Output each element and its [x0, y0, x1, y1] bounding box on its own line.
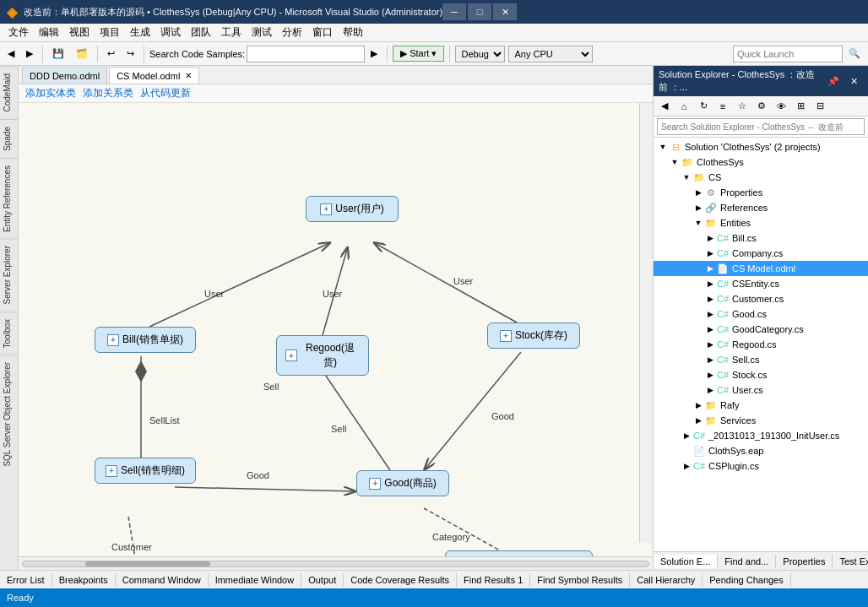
- tree-references[interactable]: ▶ 🔗 References: [654, 200, 868, 215]
- sidebar-item-entity-ref[interactable]: Entity References: [0, 158, 18, 239]
- menu-window[interactable]: 窗口: [307, 24, 338, 41]
- panel-close-button[interactable]: ✕: [844, 73, 863, 89]
- horizontal-scroll-thumb[interactable]: [85, 561, 210, 566]
- quick-launch-input[interactable]: [733, 46, 843, 62]
- tree-bill-arrow[interactable]: ▶: [704, 232, 716, 244]
- tree-properties[interactable]: ▶ ⚙ Properties: [654, 185, 868, 200]
- add-entity-btn[interactable]: 添加实体类: [25, 86, 76, 100]
- menu-test[interactable]: 测试: [247, 24, 277, 41]
- sidebar-item-toolbox[interactable]: Toolbox: [0, 312, 18, 355]
- tree-entities-arrow[interactable]: ▼: [692, 217, 704, 229]
- bt-tab-call-hierarchy[interactable]: Call Hierarchy: [630, 573, 703, 587]
- tree-customer-cs[interactable]: ▶ C# Customer.cs: [654, 291, 868, 306]
- tree-stock-cs[interactable]: ▶ C# Stock.cs: [654, 367, 868, 382]
- panel-pin-button[interactable]: 📌: [824, 73, 843, 89]
- tree-company-cs[interactable]: ▶ C# Company.cs: [654, 246, 868, 261]
- tree-rafy[interactable]: ▶ 📁 Rafy: [654, 398, 868, 413]
- tree-goodcategory-arrow[interactable]: ▶: [704, 323, 716, 335]
- tree-inituser-arrow[interactable]: ▶: [681, 430, 692, 442]
- node-bill[interactable]: + Bill(销售单据): [95, 327, 196, 353]
- tree-services[interactable]: ▶ 📁 Services: [654, 413, 868, 428]
- save-button[interactable]: 💾: [48, 46, 68, 62]
- debug-config-select[interactable]: Debug: [455, 46, 505, 62]
- tree-csentity-arrow[interactable]: ▶: [704, 278, 716, 290]
- node-good[interactable]: + Good(商品): [356, 470, 449, 496]
- tree-sell-cs[interactable]: ▶ C# Sell.cs: [654, 352, 868, 367]
- sidebar-item-codemaid[interactable]: CodeMaid: [0, 66, 18, 119]
- rp-tab-test[interactable]: Test Explo...: [833, 555, 868, 568]
- menu-edit[interactable]: 编辑: [34, 24, 64, 41]
- tree-properties-arrow[interactable]: ▶: [692, 187, 704, 198]
- menu-file[interactable]: 文件: [3, 24, 34, 41]
- sol-collapse-btn[interactable]: ⊟: [811, 98, 829, 115]
- horizontal-scroll-track[interactable]: [22, 561, 649, 567]
- tree-user-arrow[interactable]: ▶: [704, 384, 716, 396]
- redo-button[interactable]: ↪: [122, 46, 138, 62]
- tree-goodcategory-cs[interactable]: ▶ C# GoodCategory.cs: [654, 322, 868, 337]
- sol-expand-btn[interactable]: ⊞: [791, 98, 810, 115]
- menu-debug[interactable]: 调试: [155, 24, 186, 41]
- bt-tab-breakpoints[interactable]: Breakpoints: [52, 573, 116, 587]
- tree-user-cs[interactable]: ▶ C# User.cs: [654, 382, 868, 398]
- tree-stock-arrow[interactable]: ▶: [704, 369, 716, 381]
- sol-preview-btn[interactable]: 👁: [772, 98, 790, 115]
- bt-tab-coverage[interactable]: Code Coverage Results: [344, 573, 457, 587]
- save-all-button[interactable]: 🗂️: [72, 46, 92, 62]
- tree-services-arrow[interactable]: ▶: [692, 415, 704, 426]
- add-relation-btn[interactable]: 添加关系类: [83, 86, 133, 100]
- node-bill-expand[interactable]: +: [107, 334, 119, 346]
- tab-cs-model-close[interactable]: ✕: [185, 71, 192, 80]
- tree-entities[interactable]: ▼ 📁 Entities: [654, 215, 868, 230]
- node-sell-expand[interactable]: +: [106, 465, 117, 477]
- tree-clothessys-arrow[interactable]: ▼: [669, 156, 681, 168]
- menu-analyze[interactable]: 分析: [277, 24, 307, 41]
- bt-tab-error-list[interactable]: Error List: [0, 573, 52, 587]
- sidebar-item-sql[interactable]: SQL Server Object Explorer: [0, 355, 18, 474]
- tree-good-cs[interactable]: ▶ C# Good.cs: [654, 306, 868, 322]
- tree-csplugin-cs[interactable]: ▶ C# CSPlugin.cs: [654, 458, 868, 474]
- tab-cs-model[interactable]: CS Model.odml ✕: [109, 67, 199, 84]
- bt-tab-find-results[interactable]: Find Results 1: [457, 573, 530, 587]
- tree-customer-arrow[interactable]: ▶: [704, 293, 716, 305]
- menu-help[interactable]: 帮助: [338, 24, 368, 41]
- vertical-scrollbar[interactable]: [639, 103, 653, 543]
- tree-solution-arrow[interactable]: ▼: [657, 141, 669, 153]
- quick-launch-search-button[interactable]: 🔍: [844, 46, 865, 62]
- tree-clothsys-eap[interactable]: ▶ 📄 ClothSys.eap: [654, 443, 868, 458]
- forward-button[interactable]: ▶: [22, 46, 37, 62]
- tree-csplugin-arrow[interactable]: ▶: [681, 460, 692, 472]
- node-goodcategory[interactable]: + GoodCategory(商品类别): [445, 550, 593, 556]
- solution-search-input[interactable]: [657, 118, 865, 135]
- minimize-button[interactable]: ─: [442, 3, 466, 20]
- bt-tab-immediate[interactable]: Immediate Window: [209, 573, 302, 587]
- tree-good-arrow[interactable]: ▶: [704, 308, 716, 320]
- sidebar-item-spade[interactable]: Spade: [0, 119, 18, 158]
- tree-csmodel-arrow[interactable]: ▶: [704, 263, 716, 274]
- sol-refresh-btn[interactable]: ↻: [694, 98, 713, 115]
- tree-sell-arrow[interactable]: ▶: [704, 354, 716, 366]
- bt-tab-command-window[interactable]: Command Window: [116, 573, 209, 587]
- node-user-expand[interactable]: +: [320, 203, 332, 215]
- sidebar-item-server-explorer[interactable]: Server Explorer: [0, 238, 18, 311]
- sol-home-btn[interactable]: ⌂: [675, 98, 693, 115]
- rp-tab-find[interactable]: Find and...: [718, 555, 776, 568]
- rp-tab-solution[interactable]: Solution E...: [654, 555, 718, 568]
- close-button[interactable]: ✕: [493, 3, 517, 20]
- rp-tab-properties[interactable]: Properties: [776, 555, 833, 568]
- tree-cs-arrow[interactable]: ▼: [681, 171, 692, 183]
- tree-solution[interactable]: ▼ ⊟ Solution 'ClothesSys' (2 projects): [654, 139, 868, 154]
- bt-tab-output[interactable]: Output: [301, 573, 344, 587]
- tree-regood-arrow[interactable]: ▶: [704, 339, 716, 350]
- sol-properties-btn[interactable]: ⚙: [752, 98, 771, 115]
- tree-regood-cs[interactable]: ▶ C# Regood.cs: [654, 337, 868, 352]
- node-sell[interactable]: + Sell(销售明细): [95, 458, 196, 484]
- menu-view[interactable]: 视图: [64, 24, 95, 41]
- tree-cs[interactable]: ▼ 📁 CS: [654, 170, 868, 185]
- sol-new-solution-btn[interactable]: ☆: [733, 98, 751, 115]
- search-code-input[interactable]: [247, 46, 365, 62]
- sol-back-btn[interactable]: ◀: [655, 98, 674, 115]
- tree-bill-cs[interactable]: ▶ C# Bill.cs: [654, 230, 868, 246]
- tab-ddd-demo[interactable]: DDD Demo.odml: [22, 67, 107, 84]
- update-from-code-btn[interactable]: 从代码更新: [140, 86, 191, 100]
- node-regood-expand[interactable]: +: [285, 350, 297, 361]
